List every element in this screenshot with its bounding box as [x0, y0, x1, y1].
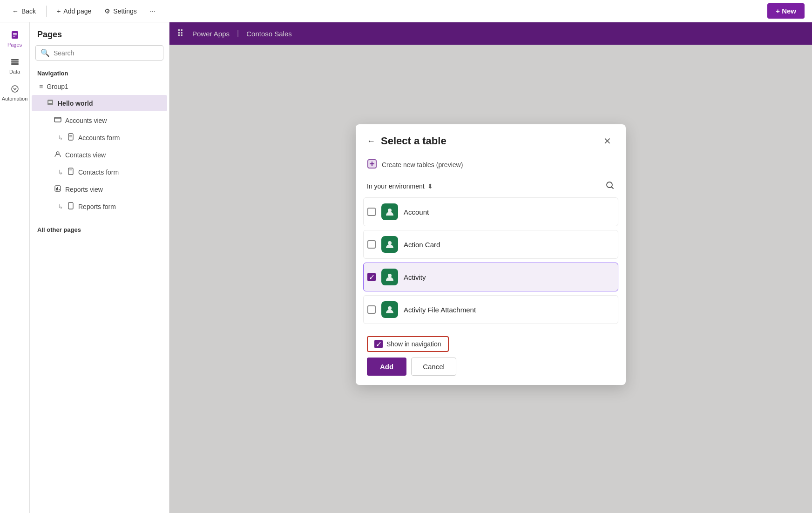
svg-rect-23 — [68, 202, 73, 209]
activity-name: Activity — [404, 273, 426, 281]
add-page-icon: + — [57, 7, 61, 15]
main-layout: Pages Data Automation Pages 🔍 Navigation — [0, 22, 812, 513]
modal-back-button[interactable]: ← — [367, 136, 375, 146]
env-label: In your environment — [367, 182, 425, 190]
account-checkbox[interactable] — [367, 208, 376, 216]
svg-point-31 — [388, 241, 392, 245]
nav-group1[interactable]: ≡ Group1 — [32, 79, 167, 94]
svg-point-7 — [12, 86, 18, 92]
nav-hello-world[interactable]: Hello world — [32, 95, 167, 111]
show-in-navigation-row[interactable]: ✓ Show in navigation — [367, 336, 449, 352]
contacts-view-label: Contacts view — [65, 151, 106, 159]
svg-rect-4 — [11, 59, 19, 61]
pages-panel-title: Pages — [30, 22, 169, 43]
svg-rect-3 — [13, 36, 15, 37]
svg-rect-10 — [48, 102, 52, 103]
accounts-view-label: Accounts view — [65, 117, 107, 124]
modal-buttons: Add Cancel — [367, 358, 456, 376]
modal-header: ← Select a table ✕ — [356, 124, 626, 154]
indent2-icon: ↳ — [58, 169, 63, 176]
nav-reports-view[interactable]: Reports view — [32, 181, 167, 197]
reports-form-label: Reports form — [78, 203, 116, 210]
nav-contacts-form[interactable]: ↳ Contacts form — [32, 164, 167, 180]
table-row-action-card[interactable]: Action Card — [363, 230, 618, 259]
svg-rect-20 — [56, 188, 57, 190]
content-area: ⠿ Power Apps | Contoso Sales ← Select a … — [169, 22, 812, 513]
accounts-view-icon — [54, 116, 61, 125]
table-list: Account Action Card ✓ — [356, 196, 626, 331]
contacts-form-label: Contacts form — [78, 169, 119, 176]
show-nav-label: Show in navigation — [386, 340, 441, 348]
svg-rect-17 — [68, 168, 73, 175]
modal-title: Select a table — [381, 135, 447, 147]
svg-point-32 — [388, 274, 392, 277]
svg-rect-6 — [11, 63, 19, 65]
automation-icon — [10, 84, 20, 94]
svg-line-29 — [612, 187, 614, 189]
modal-search-icon[interactable] — [605, 181, 615, 192]
accounts-form-label: Accounts form — [78, 134, 120, 142]
more-label: ··· — [150, 7, 156, 15]
nav-reports-form[interactable]: ↳ Reports form — [32, 198, 167, 215]
svg-rect-22 — [59, 189, 60, 190]
search-input[interactable] — [54, 49, 158, 57]
pages-icon — [10, 30, 20, 40]
add-page-button[interactable]: + Add page — [52, 5, 96, 18]
activity-icon — [381, 269, 398, 285]
data-icon — [10, 57, 20, 67]
svg-rect-1 — [13, 33, 17, 34]
show-nav-checkbox[interactable]: ✓ — [374, 340, 383, 348]
navigation-section-label: Navigation — [30, 66, 169, 79]
icon-sidebar: Pages Data Automation — [0, 22, 30, 513]
back-arrow-icon: ← — [12, 7, 19, 15]
data-sidebar-label: Data — [9, 69, 20, 74]
pages-panel: Pages 🔍 Navigation ≡ Group1 Hello world … — [30, 22, 169, 513]
back-label: Back — [21, 7, 36, 15]
more-button[interactable]: ··· — [145, 5, 160, 18]
add-page-label: Add page — [63, 7, 91, 15]
table-row-activity-file[interactable]: Activity File Attachment — [363, 295, 618, 324]
activity-checkbox[interactable]: ✓ — [367, 273, 376, 281]
nav-accounts-form[interactable]: ↳ Accounts form — [32, 129, 167, 146]
create-new-label: Create new tables (preview) — [382, 161, 463, 169]
svg-rect-5 — [11, 61, 19, 63]
all-other-pages-label: All other pages — [30, 223, 169, 235]
settings-icon: ⚙ — [104, 7, 110, 15]
back-button[interactable]: ← Back — [7, 5, 41, 18]
automation-sidebar-label: Automation — [2, 96, 28, 101]
sidebar-item-data[interactable]: Data — [2, 53, 28, 78]
search-box[interactable]: 🔍 — [35, 45, 163, 61]
indent3-icon: ↳ — [58, 203, 63, 210]
contacts-form-icon — [67, 168, 74, 176]
activity-file-name: Activity File Attachment — [404, 306, 476, 314]
table-row-account[interactable]: Account — [363, 197, 618, 226]
account-icon — [381, 203, 398, 220]
close-icon: ✕ — [603, 135, 611, 147]
nav-accounts-view[interactable]: Accounts view — [32, 112, 167, 128]
sidebar-item-pages[interactable]: Pages — [2, 26, 28, 51]
hello-world-label: Hello world — [58, 100, 93, 107]
action-card-checkbox[interactable] — [367, 240, 376, 249]
add-button[interactable]: Add — [367, 358, 406, 376]
sidebar-item-automation[interactable]: Automation — [2, 80, 28, 105]
activity-file-checkbox[interactable] — [367, 305, 376, 314]
svg-point-33 — [388, 306, 392, 310]
cancel-button[interactable]: Cancel — [411, 358, 456, 376]
modal-footer: ✓ Show in navigation Add Cancel — [356, 331, 626, 385]
back-arrow-icon: ← — [367, 136, 375, 146]
nav-contacts-view[interactable]: Contacts view — [32, 147, 167, 163]
env-label-row: In your environment ⬍ — [367, 182, 433, 190]
reports-view-label: Reports view — [65, 186, 103, 193]
modal-close-button[interactable]: ✕ — [600, 134, 615, 148]
modal-title-row: ← Select a table — [367, 135, 447, 147]
group1-label: Group1 — [47, 83, 68, 90]
table-row-activity[interactable]: ✓ Activity — [363, 263, 618, 291]
create-new-tables-row[interactable]: Create new tables (preview) — [356, 154, 626, 177]
settings-button[interactable]: ⚙ Settings — [100, 5, 142, 18]
select-table-modal: ← Select a table ✕ C — [356, 124, 626, 385]
new-button[interactable]: + New — [767, 3, 805, 19]
chevron-updown-icon[interactable]: ⬍ — [427, 182, 433, 190]
accounts-form-icon — [67, 133, 74, 142]
svg-point-30 — [388, 209, 392, 212]
divider-1 — [46, 6, 47, 17]
